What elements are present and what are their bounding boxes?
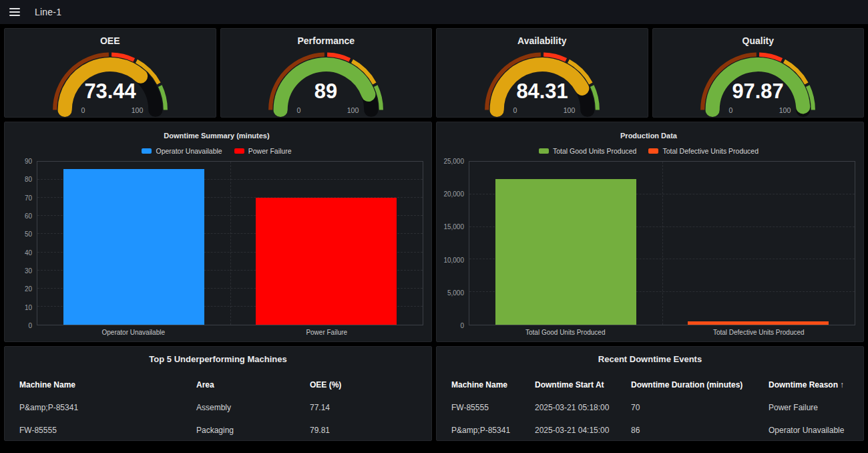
legend-swatch-icon — [648, 148, 658, 154]
table-header-row: Machine NameDowntime Start AtDowntime Du… — [437, 373, 863, 396]
gauge-min-label: 0 — [81, 106, 85, 114]
panel-title: Top 5 Underperforming Machines — [5, 354, 431, 364]
gauge: 73.440100 — [39, 47, 181, 117]
panel-title: Availability — [517, 35, 566, 46]
legend-item-power-failure[interactable]: Power Failure — [234, 147, 292, 155]
column-header-oee[interactable]: OEE (%) — [295, 373, 431, 396]
panel-title: OEE — [100, 35, 120, 46]
column-header-label: Machine Name — [19, 380, 75, 390]
dashboard-title: Line-1 — [35, 7, 61, 17]
bar-operator-unavailable[interactable] — [63, 169, 204, 325]
y-axis-tick-label: 10 — [25, 303, 32, 311]
data-table: Machine NameDowntime Start AtDowntime Du… — [437, 373, 863, 441]
chart-title: Downtime Summary (minutes) — [10, 132, 423, 140]
table-cell: 2025-03-21 05:18:00 — [520, 396, 616, 419]
bar-total-defective-units-produced[interactable] — [688, 321, 829, 325]
column-header-machine-name[interactable]: Machine Name — [5, 373, 182, 396]
column-header-area[interactable]: Area — [182, 373, 295, 396]
y-axis-tick-label: 30 — [25, 267, 32, 275]
y-axis-tick-label: 25,000 — [443, 158, 464, 165]
chart-legend: Total Good Units ProducedTotal Defective… — [442, 147, 855, 155]
table-cell: 2025-03-21 04:15:00 — [520, 419, 616, 441]
y-axis-tick-label: 80 — [25, 176, 32, 183]
y-axis-tick-label: 0 — [460, 322, 464, 329]
y-axis-tick-label: 70 — [25, 194, 32, 201]
x-axis-label: Operator Unavailable — [37, 329, 230, 336]
y-axis: 0102030405060708090 — [10, 161, 37, 325]
table-row: FW-855552025-03-21 05:18:0070Power Failu… — [437, 396, 863, 419]
column-header-label: Machine Name — [451, 380, 507, 390]
legend-item-total-defective-units-produced[interactable]: Total Defective Units Produced — [648, 147, 758, 155]
y-axis-tick-label: 40 — [25, 249, 32, 256]
gauge: 890100 — [255, 47, 397, 117]
gauge-panel-availability: Availability84.310100 — [436, 28, 648, 118]
y-axis-tick-label: 20 — [25, 285, 32, 293]
column-header-downtime-reason[interactable]: Downtime Reason↑ — [754, 373, 863, 396]
gauge-min-label: 0 — [729, 106, 733, 114]
gauge: 97.870100 — [687, 47, 829, 117]
gauge-panel-quality: Quality97.870100 — [652, 28, 865, 118]
y-axis: 05,00010,00015,00020,00025,000 — [442, 161, 469, 325]
x-axis-labels: Total Good Units ProducedTotal Defective… — [469, 325, 855, 339]
legend-swatch-icon — [234, 148, 244, 154]
bar-power-failure[interactable] — [256, 198, 397, 325]
legend-label: Total Good Units Produced — [553, 147, 637, 155]
legend-item-total-good-units-produced[interactable]: Total Good Units Produced — [539, 147, 637, 155]
column-header-machine-name[interactable]: Machine Name — [437, 373, 520, 396]
table-cell: 70 — [616, 396, 754, 419]
x-axis-label: Power Failure — [230, 329, 424, 336]
table-cell: 86 — [616, 419, 754, 441]
y-axis-tick-label: 0 — [28, 322, 32, 329]
column-header-label: Area — [196, 380, 214, 390]
table-cell: Assembly — [182, 396, 295, 419]
chart-title: Production Data — [442, 132, 855, 140]
bar-total-good-units-produced[interactable] — [495, 179, 636, 325]
gauge-max-label: 100 — [347, 106, 359, 114]
table-cell: P&amp;P-85341 — [437, 419, 520, 441]
gauge-value: 97.87 — [732, 80, 784, 103]
table-cell: FW-85555 — [437, 396, 520, 419]
gauge-max-label: 100 — [131, 106, 143, 114]
legend-item-operator-unavailable[interactable]: Operator Unavailable — [142, 147, 222, 155]
legend-label: Operator Unavailable — [156, 147, 222, 155]
data-table: Machine NameAreaOEE (%)P&amp;P-85341Asse… — [5, 373, 431, 441]
chart-panel-downtime-summary-minutes: Downtime Summary (minutes)Operator Unava… — [4, 122, 432, 342]
y-axis-tick-label: 90 — [25, 158, 32, 165]
table-cell: 77.14 — [295, 396, 431, 419]
y-axis-tick-label: 10,000 — [443, 256, 464, 263]
table-row: P&amp;P-853412025-03-21 04:15:0086Operat… — [437, 419, 863, 441]
panel-title: Performance — [297, 35, 355, 46]
sort-ascending-icon: ↑ — [840, 380, 844, 390]
column-header-downtime-start-at[interactable]: Downtime Start At — [520, 373, 616, 396]
chart-panel-production-data: Production DataTotal Good Units Produced… — [436, 122, 864, 342]
legend-label: Power Failure — [248, 147, 292, 155]
gauge-max-label: 100 — [563, 106, 575, 114]
chart-body: 0102030405060708090 — [10, 161, 423, 325]
gauge-min-label: 0 — [297, 106, 301, 114]
gauge-value: 89 — [314, 80, 337, 103]
gauge-min-label: 0 — [513, 106, 517, 114]
table-header-row: Machine NameAreaOEE (%) — [5, 373, 431, 396]
gauge-max-label: 100 — [779, 106, 791, 114]
y-axis-tick-label: 15,000 — [443, 223, 464, 231]
table-cell: P&amp;P-85341 — [5, 396, 182, 419]
plot-area — [37, 161, 423, 325]
column-header-label: Downtime Start At — [535, 380, 604, 390]
y-axis-tick-label: 5,000 — [447, 289, 464, 296]
dashboard-grid: OEE73.440100Performance890100Availabilit… — [0, 24, 868, 445]
panel-title: Recent Downtime Events — [437, 354, 863, 364]
hamburger-menu-icon[interactable] — [5, 3, 24, 21]
gauge-panel-oee: OEE73.440100 — [4, 28, 216, 118]
gauge-value: 73.44 — [84, 80, 136, 103]
column-header-downtime-duration-minutes[interactable]: Downtime Duration (minutes) — [616, 373, 754, 396]
table-row: P&amp;P-85341Assembly77.14 — [5, 396, 431, 419]
y-axis-tick-label: 50 — [25, 231, 32, 238]
gridline-vertical — [662, 162, 663, 325]
table-cell: FW-85555 — [5, 419, 182, 441]
gauge-value: 84.31 — [516, 80, 568, 103]
plot-area — [469, 161, 855, 325]
legend-swatch-icon — [142, 148, 152, 154]
y-axis-tick-label: 60 — [25, 212, 32, 220]
panel-title: Quality — [742, 35, 774, 46]
table-row: FW-85555Packaging79.81 — [5, 419, 431, 441]
